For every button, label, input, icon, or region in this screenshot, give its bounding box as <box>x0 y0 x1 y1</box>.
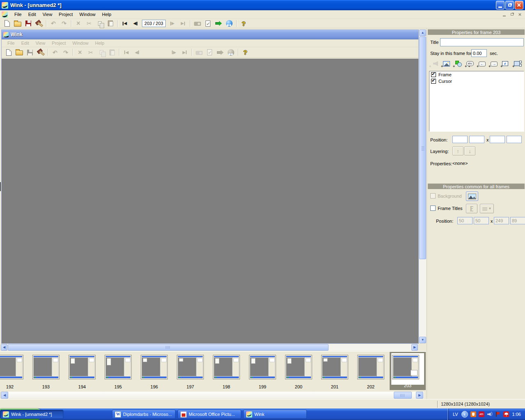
add-link-icon[interactable]: +e <box>501 59 510 68</box>
child-help-button[interactable]: ? <box>240 48 251 57</box>
scroll-up-button[interactable]: ▲ <box>419 30 426 36</box>
position-x-input[interactable] <box>452 136 468 143</box>
thumbnail-frame-198[interactable] <box>213 355 240 379</box>
filmstrip-scrollbar[interactable]: ◀ ▶ <box>0 391 427 399</box>
add-audio-icon[interactable]: + <box>429 59 438 68</box>
mdi-minimize-button[interactable] <box>501 11 508 18</box>
cursor-checkbox[interactable] <box>431 79 436 84</box>
thumbnail-frame-200[interactable] <box>285 355 312 379</box>
position-width-input[interactable] <box>490 136 505 143</box>
child-copy-button[interactable] <box>96 48 107 57</box>
child-render-project-button[interactable] <box>215 48 226 57</box>
add-image-icon[interactable]: + <box>441 59 450 68</box>
frame-canvas[interactable] <box>2 59 418 343</box>
save-project-button[interactable] <box>23 19 34 28</box>
child-menu-file[interactable]: File <box>4 39 18 47</box>
child-previous-frame-button[interactable]: ◀ <box>132 48 142 57</box>
child-menu-window[interactable]: Window <box>69 39 92 47</box>
background-checkbox[interactable] <box>430 193 436 199</box>
restore-button[interactable] <box>505 1 514 9</box>
mdi-close-button[interactable]: ✕ <box>516 11 523 18</box>
horizontal-scroll-thumb[interactable] <box>8 344 329 351</box>
background-image-button[interactable] <box>466 192 478 201</box>
view-rendered-output-button[interactable] <box>224 19 235 28</box>
frame-title-font-button[interactable]: F <box>466 204 477 213</box>
child-menu-help[interactable]: Help <box>92 39 108 47</box>
child-last-frame-button[interactable]: ▶ <box>179 48 190 57</box>
thumbnail-frame-201[interactable] <box>321 355 348 379</box>
taskbar-item-picture-manager[interactable]: Microsoft Office Pictu... <box>178 410 241 419</box>
filmstrip-scroll-right-button[interactable]: ▶ <box>416 392 423 399</box>
menu-view[interactable]: View <box>39 11 56 18</box>
thumbnail-frame-196[interactable] <box>141 355 168 379</box>
child-save-button[interactable] <box>25 48 35 57</box>
child-delete-frame-button[interactable]: × <box>75 48 85 57</box>
open-project-button[interactable] <box>12 19 23 28</box>
thumbnail-frame-194[interactable] <box>68 355 96 379</box>
menu-edit[interactable]: Edit <box>25 11 39 18</box>
filmstrip-scroll-left-button[interactable]: ◀ <box>1 392 8 399</box>
volume-tray-icon[interactable] <box>487 411 493 417</box>
child-capture-button[interactable] <box>194 48 204 57</box>
scroll-right-button[interactable]: ▶ <box>411 344 418 351</box>
taskbar-clock[interactable]: 1:06 <box>512 412 521 417</box>
layer-up-button[interactable]: ↑ <box>452 146 463 155</box>
thumbnail-frame-193[interactable] <box>32 355 59 379</box>
child-choose-frames-button[interactable] <box>204 48 215 57</box>
scroll-down-button[interactable]: ▼ <box>419 337 426 343</box>
child-view-rendered-button[interactable] <box>226 48 236 57</box>
hide-icons-chevron-icon[interactable]: ‹ <box>461 411 468 418</box>
thumbnail-frame-203-selected[interactable] <box>392 355 419 379</box>
child-next-frame-button[interactable]: ▶ <box>169 48 179 57</box>
menu-file[interactable]: File <box>11 11 25 18</box>
first-frame-button[interactable]: ◀ <box>119 19 130 28</box>
menu-help[interactable]: Help <box>99 11 115 18</box>
language-indicator[interactable]: LV <box>453 412 458 417</box>
stay-duration-input[interactable] <box>471 49 487 57</box>
taskbar-item-wink-unnamed2[interactable]: Wink - [unnamed2 *] <box>0 410 64 419</box>
child-menu-project[interactable]: Project <box>48 39 69 47</box>
avira-tray-icon[interactable] <box>503 411 509 417</box>
frame-title-align-button[interactable]: ▼ <box>480 204 494 213</box>
child-first-frame-button[interactable]: ◀ <box>121 48 132 57</box>
child-paste-button[interactable] <box>107 48 117 57</box>
child-menu-edit[interactable]: Edit <box>18 39 32 47</box>
menu-project[interactable]: Project <box>55 11 76 18</box>
render-settings-button[interactable] <box>34 19 44 28</box>
frame-title-input[interactable] <box>440 38 524 46</box>
thumbnail-frame-199[interactable] <box>249 355 276 379</box>
capture-button[interactable] <box>192 19 203 28</box>
add-next-button-icon[interactable]: +→ <box>489 59 498 68</box>
add-previous-button-icon[interactable]: +← <box>477 59 486 68</box>
help-button[interactable]: ? <box>238 19 249 28</box>
mdi-restore-button[interactable] <box>509 11 516 18</box>
previous-frame-button[interactable]: ◀ <box>130 19 141 28</box>
add-target-icon[interactable]: + <box>513 59 522 68</box>
thumbnail-frame-197[interactable] <box>177 355 204 379</box>
paste-button[interactable] <box>105 19 116 28</box>
frame-checkbox[interactable] <box>431 72 436 77</box>
scroll-left-button[interactable]: ◀ <box>1 344 7 351</box>
cut-button[interactable]: ✂ <box>84 19 94 28</box>
taskbar-item-word[interactable]: Diplomdarbs - Microso... <box>112 410 176 419</box>
copy-button[interactable] <box>94 19 105 28</box>
position-y-input[interactable] <box>469 136 484 143</box>
thumbnail-frame-202[interactable] <box>357 355 384 379</box>
horizontal-scrollbar[interactable]: ◀ ▶ <box>1 344 418 351</box>
thumbnail-frame-192[interactable] <box>0 355 23 379</box>
menu-window[interactable]: Window <box>76 11 99 18</box>
child-undo-button[interactable]: ↶ <box>50 48 60 57</box>
child-cut-button[interactable]: ✂ <box>85 48 96 57</box>
filmstrip-scroll-thumb[interactable] <box>394 392 412 399</box>
delete-frame-button[interactable]: × <box>73 19 84 28</box>
render-project-button[interactable] <box>213 19 224 28</box>
vertical-scroll-thumb[interactable] <box>419 37 426 259</box>
layer-item-cursor[interactable]: Cursor <box>429 78 524 84</box>
child-new-button[interactable] <box>3 48 14 57</box>
next-frame-button[interactable]: ▶ <box>167 19 178 28</box>
child-open-button[interactable] <box>14 48 25 57</box>
flag-tray-icon[interactable] <box>495 411 501 417</box>
add-shape-icon[interactable]: + <box>453 59 462 68</box>
vertical-scrollbar[interactable]: ▲ ▼ <box>419 30 426 343</box>
choose-frames-button[interactable] <box>203 19 213 28</box>
